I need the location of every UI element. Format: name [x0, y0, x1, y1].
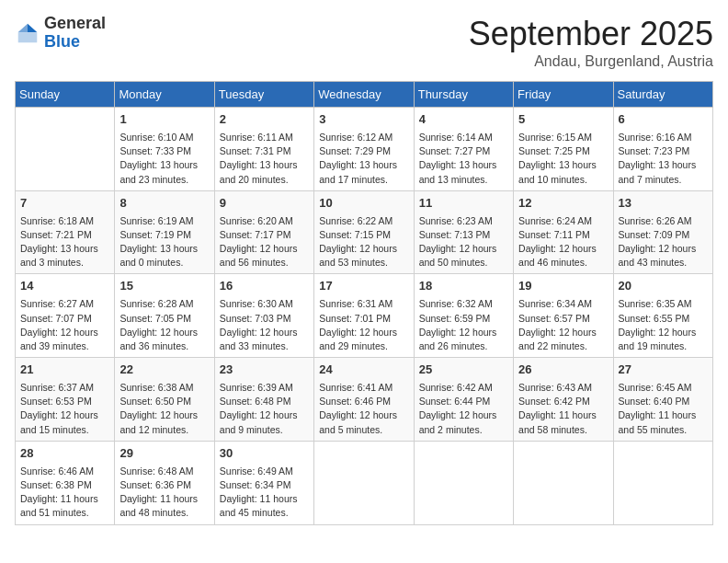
day-number: 24	[319, 362, 408, 379]
header-cell-friday: Friday	[514, 82, 613, 108]
calendar-cell: 7Sunrise: 6:18 AM Sunset: 7:21 PM Daylig…	[16, 190, 115, 274]
day-info: Sunrise: 6:22 AM Sunset: 7:15 PM Dayligh…	[319, 214, 408, 270]
day-number: 7	[20, 195, 109, 213]
logo: General Blue	[15, 15, 106, 52]
calendar-table: SundayMondayTuesdayWednesdayThursdayFrid…	[15, 81, 713, 525]
calendar-cell: 16Sunrise: 6:30 AM Sunset: 7:03 PM Dayli…	[214, 274, 313, 358]
day-number: 8	[119, 195, 209, 213]
day-number: 30	[220, 445, 309, 463]
day-info: Sunrise: 6:19 AM Sunset: 7:19 PM Dayligh…	[119, 214, 209, 270]
day-number: 28	[20, 445, 109, 463]
day-info: Sunrise: 6:23 AM Sunset: 7:13 PM Dayligh…	[419, 214, 508, 270]
header-cell-tuesday: Tuesday	[214, 82, 313, 108]
day-number: 19	[518, 278, 608, 295]
calendar-cell: 19Sunrise: 6:34 AM Sunset: 6:57 PM Dayli…	[514, 274, 613, 358]
calendar-cell: 4Sunrise: 6:14 AM Sunset: 7:27 PM Daylig…	[414, 108, 513, 191]
day-info: Sunrise: 6:34 AM Sunset: 6:57 PM Dayligh…	[518, 297, 608, 353]
day-number: 6	[619, 111, 708, 129]
calendar-cell: 22Sunrise: 6:38 AM Sunset: 6:50 PM Dayli…	[115, 358, 214, 442]
day-number: 16	[220, 278, 309, 295]
day-info: Sunrise: 6:18 AM Sunset: 7:21 PM Dayligh…	[20, 214, 109, 270]
day-info: Sunrise: 6:37 AM Sunset: 6:53 PM Dayligh…	[20, 381, 109, 437]
calendar-cell: 23Sunrise: 6:39 AM Sunset: 6:48 PM Dayli…	[214, 358, 313, 442]
header-cell-saturday: Saturday	[613, 82, 712, 108]
calendar-cell: 12Sunrise: 6:24 AM Sunset: 7:11 PM Dayli…	[514, 190, 613, 274]
day-number: 10	[319, 195, 408, 213]
calendar-cell: 2Sunrise: 6:11 AM Sunset: 7:31 PM Daylig…	[214, 108, 313, 191]
day-number: 9	[220, 195, 309, 213]
calendar-cell	[514, 441, 613, 524]
logo-text: General Blue	[44, 15, 106, 52]
calendar-cell: 5Sunrise: 6:15 AM Sunset: 7:25 PM Daylig…	[514, 108, 613, 191]
day-info: Sunrise: 6:42 AM Sunset: 6:44 PM Dayligh…	[419, 381, 508, 437]
header-row: SundayMondayTuesdayWednesdayThursdayFrid…	[16, 82, 713, 108]
header-cell-thursday: Thursday	[414, 82, 513, 108]
calendar-cell: 11Sunrise: 6:23 AM Sunset: 7:13 PM Dayli…	[414, 190, 513, 274]
title-block: September 2025 Andau, Burgenland, Austri…	[469, 15, 713, 70]
week-row-4: 28Sunrise: 6:46 AM Sunset: 6:38 PM Dayli…	[16, 441, 713, 524]
day-info: Sunrise: 6:10 AM Sunset: 7:33 PM Dayligh…	[119, 131, 209, 187]
week-row-0: 1Sunrise: 6:10 AM Sunset: 7:33 PM Daylig…	[16, 108, 713, 191]
calendar-cell: 30Sunrise: 6:49 AM Sunset: 6:34 PM Dayli…	[214, 441, 313, 524]
day-info: Sunrise: 6:46 AM Sunset: 6:38 PM Dayligh…	[20, 465, 109, 521]
page-header: General Blue September 2025 Andau, Burge…	[15, 15, 713, 70]
calendar-cell: 15Sunrise: 6:28 AM Sunset: 7:05 PM Dayli…	[115, 274, 214, 358]
day-number: 1	[119, 111, 209, 129]
calendar-cell: 17Sunrise: 6:31 AM Sunset: 7:01 PM Dayli…	[314, 274, 414, 358]
day-number: 13	[619, 195, 708, 213]
day-info: Sunrise: 6:38 AM Sunset: 6:50 PM Dayligh…	[119, 381, 209, 437]
day-info: Sunrise: 6:32 AM Sunset: 6:59 PM Dayligh…	[419, 297, 508, 353]
calendar-cell: 9Sunrise: 6:20 AM Sunset: 7:17 PM Daylig…	[214, 190, 313, 274]
day-number: 20	[619, 278, 708, 295]
day-number: 23	[220, 362, 309, 379]
calendar-cell: 29Sunrise: 6:48 AM Sunset: 6:36 PM Dayli…	[115, 441, 214, 524]
day-info: Sunrise: 6:39 AM Sunset: 6:48 PM Dayligh…	[220, 381, 309, 437]
calendar-header: SundayMondayTuesdayWednesdayThursdayFrid…	[16, 82, 713, 108]
calendar-cell: 3Sunrise: 6:12 AM Sunset: 7:29 PM Daylig…	[314, 108, 414, 191]
day-number: 29	[119, 445, 209, 463]
header-cell-wednesday: Wednesday	[314, 82, 414, 108]
calendar-cell: 10Sunrise: 6:22 AM Sunset: 7:15 PM Dayli…	[314, 190, 414, 274]
day-info: Sunrise: 6:48 AM Sunset: 6:36 PM Dayligh…	[119, 465, 209, 521]
day-info: Sunrise: 6:15 AM Sunset: 7:25 PM Dayligh…	[518, 131, 608, 187]
calendar-cell: 26Sunrise: 6:43 AM Sunset: 6:42 PM Dayli…	[514, 358, 613, 442]
day-number: 22	[119, 362, 209, 379]
week-row-2: 14Sunrise: 6:27 AM Sunset: 7:07 PM Dayli…	[16, 274, 713, 358]
day-number: 27	[619, 362, 708, 379]
location-title: Andau, Burgenland, Austria	[469, 53, 713, 70]
day-info: Sunrise: 6:20 AM Sunset: 7:17 PM Dayligh…	[220, 214, 309, 270]
day-info: Sunrise: 6:35 AM Sunset: 6:55 PM Dayligh…	[619, 297, 708, 353]
day-info: Sunrise: 6:14 AM Sunset: 7:27 PM Dayligh…	[419, 131, 508, 187]
calendar-cell: 1Sunrise: 6:10 AM Sunset: 7:33 PM Daylig…	[115, 108, 214, 191]
day-info: Sunrise: 6:30 AM Sunset: 7:03 PM Dayligh…	[220, 297, 309, 353]
day-number: 25	[419, 362, 508, 379]
calendar-cell: 18Sunrise: 6:32 AM Sunset: 6:59 PM Dayli…	[414, 274, 513, 358]
day-info: Sunrise: 6:26 AM Sunset: 7:09 PM Dayligh…	[619, 214, 708, 270]
day-number: 26	[518, 362, 608, 379]
logo-blue: Blue	[44, 32, 80, 51]
day-number: 18	[419, 278, 508, 295]
logo-icon	[15, 20, 40, 46]
day-info: Sunrise: 6:45 AM Sunset: 6:40 PM Dayligh…	[619, 381, 708, 437]
day-info: Sunrise: 6:27 AM Sunset: 7:07 PM Dayligh…	[20, 297, 109, 353]
day-info: Sunrise: 6:16 AM Sunset: 7:23 PM Dayligh…	[619, 131, 708, 187]
day-number: 21	[20, 362, 109, 379]
calendar-cell	[414, 441, 513, 524]
day-number: 15	[119, 278, 209, 295]
calendar-cell	[16, 108, 115, 191]
day-info: Sunrise: 6:43 AM Sunset: 6:42 PM Dayligh…	[518, 381, 608, 437]
day-info: Sunrise: 6:12 AM Sunset: 7:29 PM Dayligh…	[319, 131, 408, 187]
calendar-cell: 28Sunrise: 6:46 AM Sunset: 6:38 PM Dayli…	[16, 441, 115, 524]
calendar-cell: 21Sunrise: 6:37 AM Sunset: 6:53 PM Dayli…	[16, 358, 115, 442]
day-number: 14	[20, 278, 109, 295]
day-info: Sunrise: 6:31 AM Sunset: 7:01 PM Dayligh…	[319, 297, 408, 353]
svg-marker-0	[28, 24, 37, 32]
day-number: 2	[220, 111, 309, 129]
calendar-cell	[314, 441, 414, 524]
calendar-body: 1Sunrise: 6:10 AM Sunset: 7:33 PM Daylig…	[16, 108, 713, 525]
calendar-cell: 6Sunrise: 6:16 AM Sunset: 7:23 PM Daylig…	[613, 108, 712, 191]
week-row-1: 7Sunrise: 6:18 AM Sunset: 7:21 PM Daylig…	[16, 190, 713, 274]
day-info: Sunrise: 6:11 AM Sunset: 7:31 PM Dayligh…	[220, 131, 309, 187]
calendar-cell	[613, 441, 712, 524]
week-row-3: 21Sunrise: 6:37 AM Sunset: 6:53 PM Dayli…	[16, 358, 713, 442]
